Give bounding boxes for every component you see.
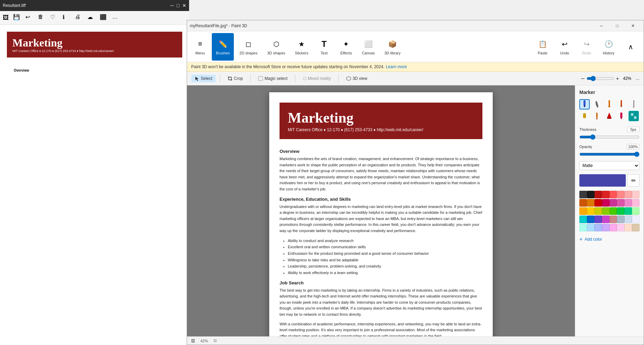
bg-tool-7[interactable]: ☁ [87, 14, 96, 22]
canvas-area[interactable]: Marketing MIT Careers Office ♦ 12-170 ♦ … [187, 85, 575, 336]
ribbon-tab-3dlibrary[interactable]: 📦 3D library [380, 33, 405, 61]
bg-tool-9[interactable]: … [112, 14, 120, 22]
color-swatch[interactable] [594, 199, 602, 207]
color-swatch[interactable] [579, 224, 587, 231]
color-swatch[interactable] [610, 216, 617, 223]
color-swatch[interactable] [602, 199, 610, 207]
ribbon-collapse-button[interactable]: ∧ [620, 33, 641, 61]
color-swatch[interactable] [594, 207, 602, 215]
color-swatch[interactable] [632, 191, 640, 198]
brush-pixel[interactable] [629, 111, 639, 121]
color-swatch[interactable] [617, 199, 624, 207]
ribbon-tab-undo[interactable]: ↩ Undo [554, 33, 575, 61]
mixed-reality-button[interactable]: ⬡ Mixed reality [299, 75, 334, 82]
magic-select-button[interactable]: Magic select [255, 75, 291, 82]
color-swatch[interactable] [617, 224, 624, 231]
color-swatch[interactable] [624, 191, 632, 198]
color-swatch[interactable] [624, 207, 632, 215]
color-swatch[interactable] [610, 199, 617, 207]
color-swatch[interactable] [579, 216, 587, 223]
color-swatch[interactable] [587, 191, 594, 198]
paint3d-maximize-button[interactable]: □ [609, 20, 625, 31]
bg-tool-1[interactable]: 💾 [13, 14, 21, 22]
ribbon-tab-redo[interactable]: ↪ Redo [576, 33, 597, 61]
bg-app-icon[interactable]: 🖼 [3, 14, 9, 21]
zoom-minus-icon[interactable]: ─ [581, 76, 585, 81]
ribbon-tab-paste[interactable]: 📋 Paste [532, 33, 553, 61]
add-color-button[interactable]: + Add color [579, 235, 640, 244]
zoom-slider[interactable] [587, 76, 614, 81]
color-swatch[interactable] [587, 207, 594, 215]
color-swatch[interactable] [594, 216, 602, 223]
color-swatch[interactable] [617, 216, 624, 223]
brush-oil[interactable] [604, 99, 614, 109]
ribbon-tab-history[interactable]: 🕐 History [598, 33, 619, 61]
bg-maximize-icon[interactable]: □ [177, 3, 179, 8]
bg-close-icon[interactable]: ✕ [182, 3, 186, 8]
color-swatch[interactable] [602, 224, 610, 231]
bg-tool-4[interactable]: ♡ [50, 14, 58, 22]
bg-tool-3[interactable]: 🗑 [38, 14, 46, 22]
color-swatch[interactable] [624, 216, 632, 223]
brush-calligraphy[interactable] [592, 99, 602, 109]
paint3d-minimize-button[interactable]: ─ [593, 20, 609, 31]
color-swatch[interactable] [602, 207, 610, 215]
ribbon-tab-3dshapes[interactable]: ⬡ 3D shapes [263, 33, 290, 61]
color-swatch[interactable] [610, 207, 617, 215]
active-color-swatch[interactable] [579, 174, 626, 187]
color-swatch[interactable] [624, 199, 632, 207]
crop-button[interactable]: Crop [224, 75, 246, 82]
color-swatch[interactable] [610, 191, 617, 198]
effects-icon: ✦ [341, 39, 352, 50]
bg-tool-2[interactable]: ↩ [25, 14, 34, 22]
color-swatch[interactable] [617, 207, 624, 215]
brush-fill[interactable] [604, 111, 614, 121]
brush-pencil[interactable] [629, 99, 639, 109]
bg-tool-5[interactable]: ℹ [63, 14, 71, 22]
color-swatch[interactable] [587, 216, 594, 223]
brush-eraser[interactable] [579, 111, 590, 121]
color-swatch[interactable] [587, 199, 594, 207]
doc-job-heading: Job Search [280, 280, 482, 285]
color-swatch[interactable] [610, 224, 617, 231]
color-swatch[interactable] [602, 191, 610, 198]
brush-marker[interactable] [579, 99, 590, 109]
ribbon-tab-menu[interactable]: ≡ Menu [190, 33, 210, 61]
zoom-plus-icon[interactable]: + [616, 76, 619, 81]
brush-spray[interactable] [592, 111, 602, 121]
color-swatch[interactable] [594, 191, 602, 198]
learn-more-link[interactable]: Learn more [386, 64, 407, 69]
ribbon-tab-text[interactable]: T Text [314, 33, 335, 61]
color-swatch[interactable] [632, 224, 640, 231]
select-button[interactable]: Select [191, 75, 216, 82]
brush-watercolor[interactable] [616, 99, 626, 109]
ribbon-tab-canvas[interactable]: ⬜ Canvas [358, 33, 379, 61]
ribbon-tab-brushes[interactable]: ✏️ Brushes [212, 33, 234, 61]
paint3d-close-button[interactable]: ✕ [625, 20, 641, 31]
bg-minimize-icon[interactable]: ─ [171, 3, 174, 8]
color-swatch[interactable] [624, 224, 632, 231]
eyedropper-button[interactable]: ✏ [627, 174, 640, 187]
ribbon-tab-stickers[interactable]: ★ Stickers [291, 33, 313, 61]
bg-tool-8[interactable]: ⬛ [100, 14, 108, 22]
style-dropdown[interactable]: Matte Gloss Satin [579, 161, 640, 170]
color-swatch[interactable] [632, 199, 640, 207]
opacity-slider[interactable] [579, 151, 640, 157]
color-swatch[interactable] [579, 191, 587, 198]
color-swatch[interactable] [632, 216, 640, 223]
color-swatch[interactable] [594, 224, 602, 231]
brush-highlighter[interactable] [616, 111, 626, 121]
color-swatch[interactable] [602, 216, 610, 223]
zoom-more-icon[interactable]: … [635, 76, 640, 81]
color-swatch[interactable] [579, 207, 587, 215]
color-swatch[interactable] [587, 224, 594, 231]
3d-view-button[interactable]: 3D view [343, 75, 371, 82]
color-swatch[interactable] [617, 191, 624, 198]
color-swatch[interactable] [579, 199, 587, 207]
ribbon-tab-2dshapes[interactable]: ◻ 2D shapes [235, 33, 262, 61]
ribbon-tab-effects[interactable]: ✦ Effects [336, 33, 357, 61]
bg-tool-6[interactable]: 🖨 [75, 14, 83, 22]
color-swatch[interactable] [632, 207, 640, 215]
thickness-slider[interactable] [579, 134, 640, 140]
zoom-fit-icon[interactable]: ⊡ [214, 338, 217, 343]
